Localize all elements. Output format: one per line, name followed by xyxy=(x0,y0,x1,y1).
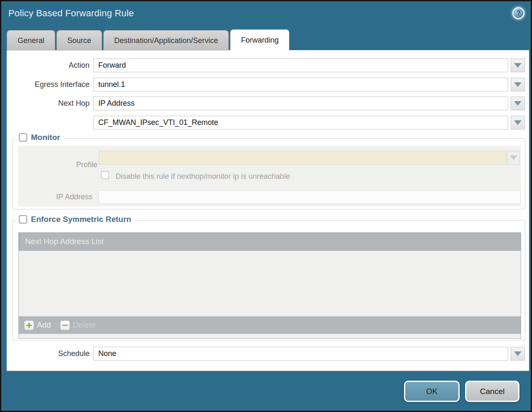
enforce-symmetric-return-section: Enforce Symmetric Return Next Hop Addres… xyxy=(13,220,525,341)
minus-icon xyxy=(60,320,70,330)
schedule-dropdown-button[interactable] xyxy=(511,347,525,361)
chevron-down-icon xyxy=(514,101,522,106)
chevron-down-icon xyxy=(514,120,522,125)
schedule-select[interactable]: None xyxy=(93,347,508,361)
action-dropdown-button[interactable] xyxy=(511,58,525,72)
next-hop-address-select[interactable]: CF_MWAN_IPsec_VTI_01_Remote xyxy=(93,116,508,130)
monitor-ip-address-label: IP Address xyxy=(13,190,92,204)
dialog-title: Policy Based Forwarding Rule xyxy=(8,8,134,19)
schedule-label: Schedule xyxy=(7,347,90,361)
next-hop-address-list-table: Next Hop Address List Add Delete xyxy=(18,232,521,339)
disable-rule-label: Disable this rule if nexthop/monitor ip … xyxy=(115,172,290,181)
table-footer: Add Delete xyxy=(19,316,521,334)
monitor-ip-address-input xyxy=(99,190,521,204)
help-button[interactable]: ? xyxy=(512,7,524,19)
tab-general[interactable]: General xyxy=(7,30,55,51)
delete-button: Delete xyxy=(60,320,96,330)
tab-bar: General Source Destination/Application/S… xyxy=(7,30,289,51)
monitor-section: Monitor Profile Disable this rule if nex… xyxy=(13,138,525,209)
enforce-symmetric-return-checkbox[interactable] xyxy=(19,215,27,224)
next-hop-address-dropdown-button[interactable] xyxy=(511,116,525,130)
egress-interface-label: Egress Interface xyxy=(7,78,90,92)
chevron-down-icon xyxy=(514,82,522,87)
egress-interface-dropdown-button[interactable] xyxy=(511,78,525,92)
monitor-profile-dropdown-button xyxy=(507,151,520,165)
next-hop-type-select[interactable]: IP Address xyxy=(93,97,508,110)
profile-label: Profile xyxy=(18,158,97,172)
tab-forwarding[interactable]: Forwarding xyxy=(230,29,289,51)
monitor-checkbox[interactable] xyxy=(19,133,27,142)
egress-interface-select[interactable]: tunnel.1 xyxy=(93,78,508,92)
enforce-legend: Enforce Symmetric Return xyxy=(15,215,135,224)
monitor-profile-select xyxy=(99,151,506,165)
table-body-empty xyxy=(19,251,521,316)
table-header: Next Hop Address List xyxy=(19,233,521,251)
action-select[interactable]: Forward xyxy=(93,58,508,72)
question-icon: ? xyxy=(517,10,521,17)
next-hop-label: Next Hop xyxy=(7,97,90,110)
chevron-down-icon xyxy=(510,155,517,160)
cancel-button[interactable]: Cancel xyxy=(465,381,519,402)
chevron-down-icon xyxy=(514,63,522,68)
chevron-down-icon xyxy=(514,351,522,356)
ok-button[interactable]: OK xyxy=(404,381,460,402)
monitor-legend: Monitor xyxy=(15,133,64,142)
enforce-legend-label: Enforce Symmetric Return xyxy=(31,215,131,224)
next-hop-type-dropdown-button[interactable] xyxy=(511,97,525,110)
plus-icon xyxy=(24,320,34,330)
tab-source[interactable]: Source xyxy=(56,30,102,51)
forwarding-tab-panel: Action Forward Egress Interface tunnel.1… xyxy=(7,50,529,371)
monitor-legend-label: Monitor xyxy=(31,133,60,142)
action-label: Action xyxy=(7,58,90,72)
pbf-rule-dialog: Policy Based Forwarding Rule ? General S… xyxy=(0,0,532,412)
tab-destination-application-service[interactable]: Destination/Application/Service xyxy=(103,30,229,51)
add-button[interactable]: Add xyxy=(24,320,51,330)
table-bottom-strip xyxy=(19,334,521,338)
disable-rule-checkbox xyxy=(101,171,109,179)
